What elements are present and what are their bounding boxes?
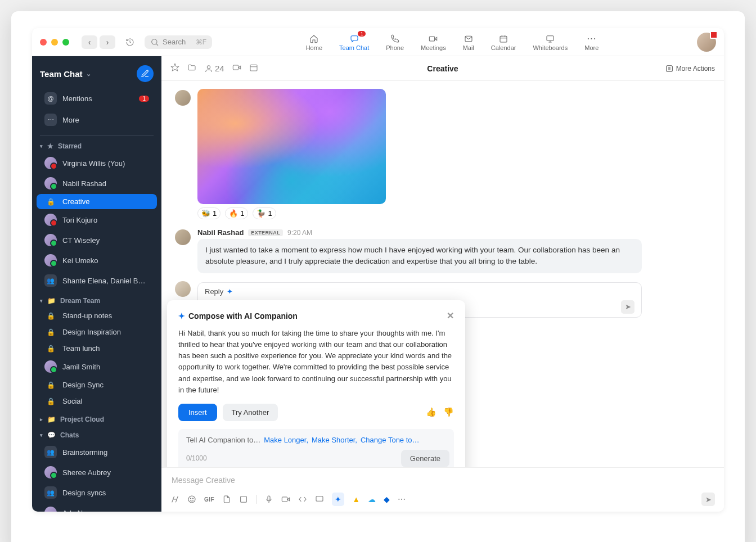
section-head[interactable]: ▾💬Chats [32, 426, 161, 441]
sidebar-mentions[interactable]: @ Mentions 1 [37, 89, 157, 108]
reaction[interactable]: 🦆1 [253, 207, 276, 219]
sidebar-item[interactable]: 🔒Social [37, 394, 157, 409]
section-head[interactable]: ▸📁Project Cloud [32, 410, 161, 426]
sidebar-item[interactable]: 🔒Team lunch [37, 341, 157, 356]
composer: Message Creative GIF ✦ ▲ ☁ ◆ ⋯ ➤ [161, 467, 724, 512]
sidebar-item[interactable]: Tori Kojuro [37, 210, 157, 229]
box-icon[interactable]: ◆ [384, 495, 390, 504]
video-record-icon[interactable] [281, 495, 290, 504]
emoji-icon[interactable] [187, 495, 196, 504]
audio-icon[interactable] [264, 495, 273, 504]
generate-button[interactable]: Generate [401, 450, 449, 467]
sidebar-item[interactable]: Sheree Aubrey [37, 463, 157, 482]
send-button[interactable]: ➤ [701, 493, 715, 506]
folder-move-icon[interactable] [187, 63, 196, 74]
tab-mail[interactable]: Mail [463, 33, 474, 51]
section-head[interactable]: ▾📁Dream Team [32, 291, 161, 307]
top-nav-tabs: Home Team Chat 1 Phone Meetings Mail Cal… [219, 33, 686, 51]
message-row: 🐝1🔥1🦆1 [175, 89, 710, 219]
new-message-button[interactable] [137, 65, 154, 82]
insert-button[interactable]: Insert [178, 404, 217, 421]
section-name: Dream Team [60, 297, 100, 305]
screenshot-icon[interactable] [239, 495, 248, 504]
window-controls [40, 39, 69, 46]
tab-phone[interactable]: Phone [386, 33, 404, 51]
caret-icon: ▾ [40, 298, 43, 304]
tab-meetings[interactable]: Meetings [421, 33, 446, 51]
channel-title: Creative [427, 64, 458, 73]
svg-marker-11 [171, 64, 178, 71]
message-row: Nabil Rashad EXTERNAL 9:20 AM I just wan… [175, 228, 710, 273]
sender-name: Nabil Rashad [197, 228, 244, 237]
try-another-button[interactable]: Try Another [223, 404, 278, 421]
tab-whiteboards[interactable]: Whiteboards [533, 33, 568, 51]
avatar [44, 466, 57, 478]
onedrive-icon[interactable]: ☁ [368, 495, 376, 504]
ai-link-tone[interactable]: Change Tone to… [361, 436, 420, 444]
sidebar-item[interactable]: Virginia Willis (You) [37, 153, 157, 173]
file-icon[interactable] [222, 495, 231, 504]
google-drive-icon[interactable]: ▲ [352, 495, 360, 504]
sender-avatar[interactable] [175, 90, 191, 106]
members-button[interactable]: 24 [204, 64, 224, 73]
close-window-button[interactable] [40, 39, 47, 46]
svg-rect-3 [465, 36, 472, 41]
svg-point-29 [192, 498, 193, 499]
close-icon[interactable]: ✕ [447, 310, 454, 321]
sidebar-item[interactable]: CT Wiseley [37, 231, 157, 250]
tab-home[interactable]: Home [306, 33, 322, 51]
svg-rect-13 [233, 65, 238, 70]
profile-avatar[interactable] [697, 33, 716, 52]
tab-calendar[interactable]: Calendar [491, 33, 516, 51]
sidebar-item[interactable]: 👥Shante Elena, Daniel Bow… [37, 271, 157, 290]
composer-input[interactable]: Message Creative [170, 473, 715, 493]
history-button[interactable] [122, 35, 138, 49]
image-attachment[interactable] [197, 89, 386, 204]
code-icon[interactable] [298, 495, 307, 504]
maximize-window-button[interactable] [62, 39, 69, 46]
sidebar-item[interactable]: 👥Brainstorming [37, 442, 157, 462]
tab-team-chat[interactable]: Team Chat 1 [339, 33, 369, 51]
sidebar-item[interactable]: Ada Nguyen [37, 503, 157, 512]
ai-prompt-box: Tell AI Companion to… Make Longer, Make … [178, 429, 454, 467]
self-avatar[interactable] [175, 281, 191, 297]
calendar-button[interactable] [249, 63, 258, 74]
sidebar-title[interactable]: Team Chat ⌄ [40, 69, 132, 79]
search-input[interactable]: Search ⌘F [145, 35, 212, 49]
sidebar-item[interactable]: Kei Umeko [37, 251, 157, 270]
reaction[interactable]: 🐝1 [197, 207, 220, 219]
section-head[interactable]: ▾★Starred [32, 137, 161, 152]
sidebar-item[interactable]: 🔒Stand-up notes [37, 308, 157, 323]
ai-prompt-label: Tell AI Companion to… [186, 436, 260, 444]
thumbs-down-icon[interactable]: 👎 [443, 407, 454, 417]
more-apps-icon[interactable]: ⋯ [398, 495, 406, 504]
gif-icon[interactable]: GIF [204, 496, 214, 503]
tab-more[interactable]: ⋯ More [584, 33, 598, 51]
sidebar-item[interactable]: 🔒Creative [37, 194, 157, 209]
start-video-button[interactable] [232, 63, 241, 74]
screen-icon[interactable] [315, 495, 324, 504]
ai-link-shorter[interactable]: Make Shorter, [312, 436, 357, 444]
sidebar-item[interactable]: 🔒Design Inspiration [37, 324, 157, 340]
ai-link-longer[interactable]: Make Longer, [264, 436, 308, 444]
group-icon: 👥 [44, 446, 57, 458]
sidebar-item[interactable]: 🔒Design Sync [37, 377, 157, 392]
nav-forward-button[interactable]: › [100, 35, 115, 49]
format-icon[interactable] [170, 495, 179, 504]
sidebar-item-label: Brainstorming [62, 448, 149, 457]
thumbs-up-icon[interactable]: 👍 [426, 407, 436, 417]
sidebar-more[interactable]: ⋯ More [37, 110, 157, 129]
avatar [44, 157, 57, 169]
send-button[interactable]: ➤ [621, 300, 634, 314]
reaction[interactable]: 🔥1 [225, 207, 248, 219]
minimize-window-button[interactable] [51, 39, 58, 46]
nav-back-button[interactable]: ‹ [82, 35, 97, 49]
more-actions-button[interactable]: More Actions [665, 64, 715, 73]
sender-avatar[interactable] [175, 229, 191, 245]
window-titlebar: ‹ › Search ⌘F Home Team Chat 1 Phone Mee… [32, 28, 724, 56]
sidebar-item[interactable]: Nabil Rashad [37, 174, 157, 193]
star-icon[interactable] [170, 63, 179, 74]
sidebar-item[interactable]: Jamil Smith [37, 357, 157, 376]
ai-compose-icon[interactable]: ✦ [332, 493, 344, 506]
sidebar-item[interactable]: 👥Design syncs [37, 483, 157, 502]
